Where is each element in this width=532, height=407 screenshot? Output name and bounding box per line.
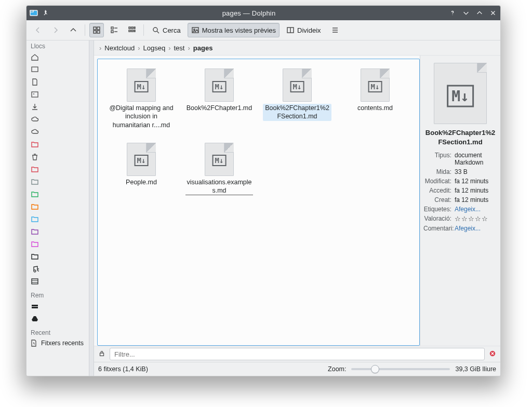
folder-grey-icon[interactable] [30,177,40,187]
folder-blue-icon[interactable] [30,214,40,224]
breadcrumb-segment[interactable]: Nextcloud [104,44,135,52]
folder-purple-icon[interactable] [30,226,40,237]
svg-rect-32 [32,307,38,308]
folder-orange-icon[interactable] [30,201,40,212]
info-accessed-value: fa 12 minuts [455,187,497,194]
clear-filter-icon[interactable] [489,350,496,359]
file-item[interactable]: M↓People.md [105,141,178,198]
file-item[interactable]: M↓Book%2FChapter1.md [183,66,256,131]
svg-point-27 [33,93,34,94]
details-view-button[interactable] [125,23,139,37]
svg-rect-3 [94,27,96,30]
folder-green-icon[interactable] [30,189,40,199]
info-created-label: Creat: [423,196,451,204]
preview-button[interactable]: Mostra les vistes prèvies [188,23,280,37]
content-area: › Nextcloud › Logseq › test › pages M↓@D… [94,40,500,376]
place-videos-icon[interactable] [30,276,40,287]
svg-rect-9 [111,31,113,33]
place-home-icon[interactable] [30,52,40,62]
place-trash-icon[interactable] [30,152,40,162]
close-icon[interactable] [489,9,497,17]
info-rating-value[interactable]: ☆☆☆☆☆ [455,215,497,223]
up-button[interactable] [66,23,81,37]
file-label: visualisations.examples.md [185,178,253,196]
folder-red2-icon[interactable] [30,164,40,174]
chevron-right-icon: › [99,44,101,52]
svg-rect-15 [131,30,133,32]
file-item[interactable]: M↓visualisations.examples.md [183,141,256,198]
file-item[interactable]: M↓Book%2FChapter1%2FSection1.md [261,66,334,131]
status-bar: 6 fitxers (1,4 KiB) Zoom: 39,3 GiB lliur… [94,362,500,376]
main-area: Llocs [26,40,500,376]
split-button[interactable]: Divideix [283,23,325,37]
breadcrumb-current[interactable]: pages [193,44,213,52]
zoom-slider[interactable] [351,368,450,370]
minimize-icon[interactable] [462,9,470,17]
place-downloads-icon[interactable] [30,102,40,112]
panel-splitter[interactable] [89,40,94,376]
info-created-value: fa 12 minuts [455,196,497,204]
folder-magenta-icon[interactable] [30,239,40,249]
markdown-file-icon: M↓ [205,69,234,102]
help-icon[interactable] [448,9,457,17]
remote-gdrive-icon[interactable] [30,314,40,324]
markdown-file-icon: M↓ [434,63,487,124]
place-pictures-icon[interactable] [30,89,40,100]
info-filename: Book%2FChapter1%2FSection1.md [423,128,497,146]
recent-files-label: Fitxers recents [41,340,84,347]
filter-input[interactable] [110,348,485,360]
places-panel: Llocs [26,40,89,376]
breadcrumb-segment[interactable]: test [174,44,185,52]
recent-files-item[interactable]: Fitxers recents [26,337,89,349]
info-type-value: document Markdown [455,152,497,166]
markdown-file-icon: M↓ [283,69,312,102]
filter-bar [94,346,500,362]
info-tags-label: Etiquetes: [423,206,451,213]
compact-view-button[interactable] [107,23,122,37]
search-button[interactable]: Cerca [148,23,184,37]
split-label: Divideix [297,26,321,34]
maximize-icon[interactable] [475,9,484,17]
svg-rect-14 [129,30,130,32]
toolbar: Cerca Mostra les vistes prèvies Divideix [26,20,500,40]
place-desktop-icon[interactable] [30,64,40,75]
file-label: Book%2FChapter1.md [187,104,252,112]
file-item[interactable]: M↓contents.md [339,66,411,131]
forward-button[interactable] [48,23,63,37]
place-music-icon[interactable] [30,264,40,274]
svg-rect-26 [32,92,38,97]
info-comment-link[interactable]: Afegeix... [455,225,481,232]
place-cloud2-icon[interactable] [30,127,40,137]
place-documents-icon[interactable] [30,77,40,87]
info-size-value: 33 B [455,168,497,175]
info-rating-label: Valoració: [423,215,451,223]
svg-rect-11 [129,27,130,29]
status-count: 6 fitxers (1,4 KiB) [98,365,148,373]
file-item[interactable]: M↓@Digital mapping and inclusion in huma… [105,66,178,131]
file-label: contents.md [357,104,393,112]
chevron-right-icon: › [138,44,140,52]
remote-drive-icon[interactable] [30,301,40,311]
lock-icon[interactable] [98,350,105,359]
file-view[interactable]: M↓@Digital mapping and inclusion in huma… [97,59,420,346]
svg-rect-28 [32,279,38,284]
breadcrumb-segment[interactable]: Logseq [143,44,166,52]
icons-view-button[interactable] [89,23,104,37]
search-label: Cerca [163,26,181,34]
separator [143,24,144,36]
svg-point-17 [153,28,157,32]
folder-black-icon[interactable] [30,251,40,262]
folder-red-icon[interactable] [30,139,40,150]
info-modified-label: Modificat: [423,178,451,185]
markdown-file-icon: M↓ [127,143,156,176]
back-button[interactable] [31,23,45,37]
info-accessed-label: Accedit: [423,187,451,194]
info-tags-link[interactable]: Afegeix... [455,206,481,213]
dolphin-window: pages — Dolphin [26,5,501,376]
svg-rect-13 [134,27,135,29]
pin-icon[interactable] [41,9,49,17]
file-label: Book%2FChapter1%2FSection1.md [263,104,331,121]
place-cloud-icon[interactable] [30,114,40,125]
app-icon [30,9,38,17]
menu-button[interactable] [328,23,342,37]
